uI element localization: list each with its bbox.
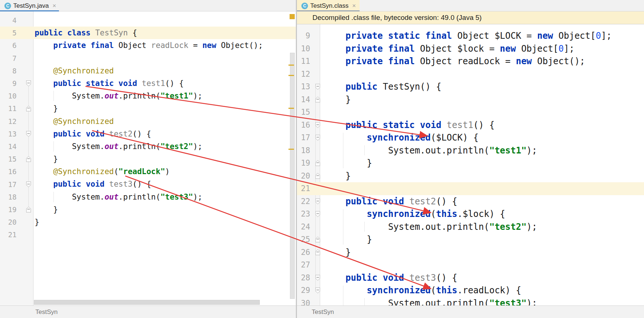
code-text[interactable]: public void test3() { <box>34 178 151 190</box>
code-line[interactable]: 19 } <box>297 157 644 170</box>
line-number[interactable]: 6 <box>0 41 20 49</box>
line-number[interactable]: 9 <box>0 79 20 87</box>
line-number[interactable]: 12 <box>0 117 20 125</box>
line-number[interactable]: 4 <box>0 16 20 24</box>
code-line[interactable]: 17 public void test3() { <box>0 178 296 190</box>
code-line[interactable]: 20 } <box>297 170 644 183</box>
code-text[interactable]: System.out.println("test2"); <box>34 140 202 153</box>
code-line[interactable]: 18 System.out.println("test1"); <box>297 144 644 157</box>
code-area-decompiled[interactable]: 9 private static final Object $LOCK = ne… <box>297 30 644 310</box>
code-line[interactable]: 6 private final Object readLock = new Ob… <box>0 39 296 52</box>
line-number[interactable]: 22 <box>297 197 312 206</box>
code-text[interactable]: public static void test1() { <box>323 119 494 132</box>
code-line[interactable]: 21 <box>0 228 296 241</box>
line-number[interactable]: 21 <box>297 184 312 193</box>
code-line[interactable]: 13 public void test2() { <box>0 128 296 140</box>
code-line[interactable]: 7 <box>0 52 296 65</box>
code-text[interactable]: } <box>323 246 351 259</box>
code-line[interactable]: 17 synchronized($LOCK) { <box>297 131 644 144</box>
code-text[interactable]: private static final Object $LOCK = new … <box>323 30 612 42</box>
code-text[interactable]: public class TestSyn { <box>34 27 137 39</box>
code-line[interactable]: 18 System.out.println("test3"); <box>0 191 296 203</box>
line-number[interactable]: 8 <box>0 67 20 75</box>
code-text[interactable]: public static void test1() { <box>34 77 184 90</box>
fold-expanded-icon[interactable] <box>315 211 320 217</box>
code-line[interactable]: 12 <box>297 68 644 81</box>
line-number[interactable]: 18 <box>297 146 312 155</box>
line-number[interactable]: 23 <box>297 210 312 218</box>
warning-stripe-mark[interactable] <box>288 65 294 66</box>
code-line[interactable]: 16 @Synchronized("readLock") <box>0 165 296 178</box>
code-line[interactable]: 29 synchronized(this.readLock) { <box>297 284 644 297</box>
line-number[interactable]: 5 <box>0 29 20 37</box>
code-text[interactable]: } <box>34 153 58 165</box>
horizontal-scrollbar-thumb[interactable] <box>34 300 260 305</box>
line-number[interactable]: 27 <box>297 260 312 269</box>
fold-expanded-icon[interactable] <box>26 131 31 137</box>
code-line[interactable]: 12 @Synchronized <box>0 115 296 128</box>
fold-expanded-icon[interactable] <box>315 287 320 293</box>
warning-stripe-mark[interactable] <box>288 108 294 109</box>
line-number[interactable]: 11 <box>297 57 312 66</box>
code-line[interactable]: 10 private final Object $lock = new Obje… <box>297 42 644 55</box>
code-text[interactable]: System.out.println("test1"); <box>323 144 537 157</box>
code-text[interactable]: } <box>34 216 39 228</box>
line-number[interactable]: 14 <box>0 142 20 151</box>
inspection-indicator-square[interactable] <box>290 14 295 19</box>
code-text[interactable]: } <box>34 102 58 115</box>
code-text[interactable]: @Synchronized <box>34 115 114 128</box>
code-area-source[interactable]: 45public class TestSyn {6 private final … <box>0 14 296 241</box>
line-number[interactable]: 13 <box>297 82 312 91</box>
line-number[interactable]: 15 <box>297 108 312 117</box>
line-number[interactable]: 25 <box>297 235 312 244</box>
code-text[interactable]: } <box>34 203 58 216</box>
line-number[interactable]: 10 <box>0 92 20 100</box>
code-text[interactable]: public void test2() { <box>323 195 457 208</box>
line-number[interactable]: 18 <box>0 193 20 201</box>
code-text[interactable]: } <box>323 93 351 106</box>
warning-stripe-mark[interactable] <box>288 149 294 150</box>
code-line[interactable]: 24 System.out.println("test2"); <box>297 221 644 234</box>
line-number[interactable]: 20 <box>297 172 312 180</box>
code-line[interactable]: 11 } <box>0 102 296 115</box>
line-number[interactable]: 19 <box>0 205 20 214</box>
code-text[interactable]: } <box>323 233 372 246</box>
warning-stripe-mark[interactable] <box>288 75 294 76</box>
line-number[interactable]: 13 <box>0 130 20 138</box>
code-line[interactable]: 4 <box>0 14 296 27</box>
close-icon[interactable]: × <box>352 3 356 9</box>
line-number[interactable]: 28 <box>297 273 312 282</box>
code-text[interactable]: private final Object readLock = new Obje… <box>34 39 263 52</box>
line-number[interactable]: 12 <box>297 70 312 79</box>
code-text[interactable]: } <box>323 157 372 170</box>
tab-testsyn-java[interactable]: C TestSyn.java × <box>0 0 59 11</box>
fold-end-icon[interactable] <box>315 97 320 103</box>
line-number[interactable]: 16 <box>0 167 20 176</box>
line-number[interactable]: 19 <box>297 159 312 167</box>
code-text[interactable]: @Synchronized <box>34 65 114 77</box>
code-text[interactable]: System.out.println("test3"); <box>34 191 202 203</box>
line-number[interactable]: 26 <box>297 248 312 257</box>
code-line[interactable]: 19 } <box>0 203 296 216</box>
fold-expanded-icon[interactable] <box>315 275 320 281</box>
code-text[interactable]: private final Object readLock = new Obje… <box>323 55 585 68</box>
code-text[interactable]: synchronized(this.$lock) { <box>323 208 505 221</box>
fold-expanded-icon[interactable] <box>315 84 320 90</box>
code-text[interactable]: synchronized($LOCK) { <box>323 131 479 144</box>
line-number[interactable]: 17 <box>297 133 312 142</box>
code-line[interactable]: 26 } <box>297 246 644 259</box>
code-text[interactable]: public void test2() { <box>34 128 151 140</box>
code-text[interactable]: @Synchronized("readLock") <box>34 165 170 178</box>
code-line[interactable]: 9 public static void test1() { <box>0 77 296 90</box>
code-line[interactable]: 23 synchronized(this.$lock) { <box>297 208 644 221</box>
code-text[interactable]: public TestSyn() { <box>323 80 441 93</box>
breadcrumb[interactable]: TestSyn <box>312 308 334 316</box>
code-text[interactable]: } <box>323 170 351 183</box>
code-line[interactable]: 14 } <box>297 93 644 106</box>
code-line[interactable]: 20} <box>0 216 296 228</box>
fold-end-icon[interactable] <box>315 173 320 179</box>
line-number[interactable]: 7 <box>0 54 20 62</box>
code-line[interactable]: 27 <box>297 259 644 272</box>
fold-end-icon[interactable] <box>315 236 320 242</box>
code-line[interactable]: 14 System.out.println("test2"); <box>0 140 296 153</box>
